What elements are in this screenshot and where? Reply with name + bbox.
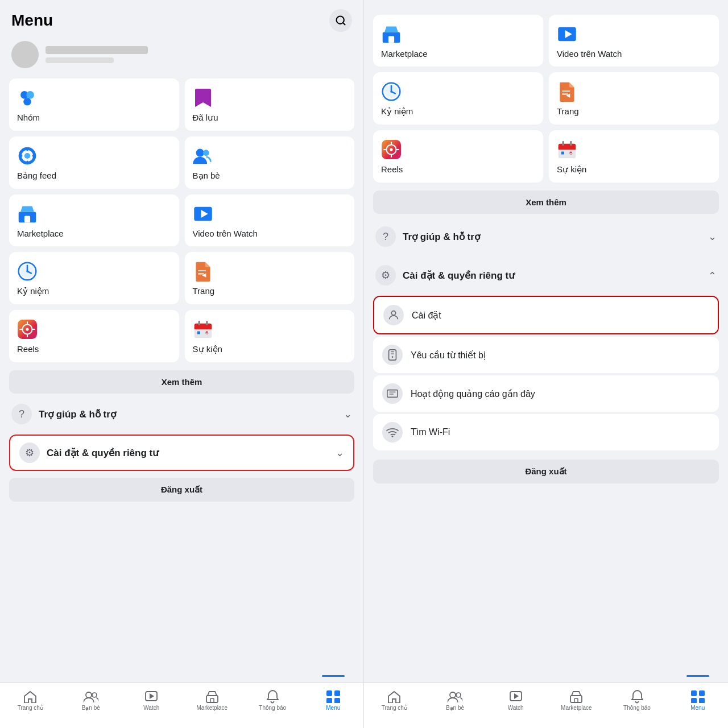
right-menu-item-trang[interactable]: Trang	[549, 72, 719, 125]
profile-bar[interactable]	[0, 36, 363, 73]
nav-watch[interactable]: Watch	[121, 688, 182, 711]
svg-point-7	[24, 153, 30, 159]
left-panel: Menu Nhóm Đã lưu	[0, 0, 364, 728]
right-menu-item-video-watch[interactable]: Video trên Watch	[549, 15, 719, 67]
right-ky-niem-label: Kỷ niệm	[381, 106, 535, 117]
right-nav-ban-be[interactable]: Bạn bè	[425, 688, 486, 711]
cai-dat-row[interactable]: ⚙ Cài đặt & quyền riêng tư ⌄	[9, 435, 354, 471]
see-more-button[interactable]: Xem thêm	[9, 370, 354, 394]
svg-rect-93	[691, 698, 697, 703]
right-trang-icon	[557, 81, 577, 102]
right-nav-watch[interactable]: Watch	[485, 688, 546, 711]
nav-trang-chu[interactable]: Trang chủ	[0, 688, 61, 711]
menu-item-video-watch[interactable]: Video trên Watch	[185, 195, 355, 246]
nav-marketplace-label: Marketplace	[197, 705, 228, 711]
right-tro-giup-row[interactable]: ? Trợ giúp & hỗ trợ ⌄	[364, 218, 728, 255]
sub-item-hoat-dong[interactable]: Hoạt động quảng cáo gần đây	[373, 375, 719, 412]
menu-item-su-kien[interactable]: Sự kiện	[185, 310, 355, 362]
sub-item-yeu-cau[interactable]: Yêu cầu từ thiết bị	[373, 337, 719, 373]
nav-menu[interactable]: Menu	[303, 688, 364, 711]
ban-be-label: Bạn bè	[193, 171, 347, 181]
right-menu-item-ky-niem[interactable]: Kỷ niệm	[373, 72, 543, 125]
svg-point-76	[391, 311, 395, 315]
search-button[interactable]	[329, 9, 352, 32]
menu-item-da-luu[interactable]: Đã lưu	[185, 78, 355, 131]
right-dang-xuat-button[interactable]: Đăng xuất	[373, 460, 719, 483]
sub-item-tim-wifi[interactable]: Tìm Wi-Fi	[373, 414, 719, 450]
profile-info	[46, 46, 148, 63]
menu-item-marketplace[interactable]: Marketplace	[9, 195, 179, 246]
svg-point-12	[196, 149, 204, 157]
cai-dat-highlight: Cài đặt	[373, 296, 719, 334]
svg-rect-15	[24, 216, 30, 222]
menu-item-nhom[interactable]: Nhóm	[9, 78, 179, 131]
right-tro-giup-label: Trợ giúp & hỗ trợ	[403, 231, 708, 243]
menu-item-ky-niem[interactable]: Kỷ niệm	[9, 252, 179, 304]
right-tro-giup-icon: ?	[375, 226, 396, 247]
right-active-bar	[686, 675, 709, 677]
svg-point-64	[390, 148, 392, 151]
right-nav-thong-bao-label: Thông báo	[623, 705, 651, 711]
right-su-kien-label: Sự kiện	[557, 164, 711, 175]
su-kien-label: Sự kiện	[193, 344, 347, 354]
trang-icon	[193, 261, 213, 282]
nav-menu-label: Menu	[326, 705, 340, 711]
nav-watch-label: Watch	[143, 705, 159, 711]
nhom-icon	[17, 88, 38, 108]
svg-rect-9	[26, 161, 28, 165]
right-nav-watch-icon	[508, 690, 524, 704]
menu-grid: Nhóm Đã lưu Bảng feed	[0, 73, 363, 368]
svg-rect-90	[574, 698, 578, 702]
nav-thong-bao[interactable]: Thông báo	[242, 688, 303, 711]
trang-label: Trang	[193, 286, 347, 296]
svg-rect-49	[334, 698, 340, 703]
svg-point-41	[92, 693, 97, 697]
sub-item-cai-dat[interactable]: Cài đặt	[374, 297, 718, 333]
right-nav-marketplace-label: Marketplace	[561, 705, 592, 711]
cai-dat-sub-icon	[383, 305, 404, 325]
right-menu-item-marketplace[interactable]: Marketplace	[373, 15, 543, 67]
nav-marketplace[interactable]: Marketplace	[182, 688, 243, 711]
reels-label: Reels	[17, 344, 171, 354]
menu-item-ban-be[interactable]: Bạn bè	[185, 136, 355, 189]
svg-rect-37	[206, 321, 208, 326]
svg-rect-71	[559, 148, 576, 150]
right-reels-label: Reels	[381, 164, 535, 174]
left-header: Menu	[0, 0, 363, 36]
right-menu-item-su-kien[interactable]: Sự kiện	[549, 130, 719, 183]
menu-item-bang-feed[interactable]: Bảng feed	[9, 136, 179, 189]
video-watch-label: Video trên Watch	[193, 229, 347, 238]
search-icon	[335, 15, 346, 26]
right-nav-trang-chu[interactable]: Trang chủ	[364, 688, 425, 711]
right-nav-menu[interactable]: Menu	[667, 688, 728, 711]
tro-giup-icon: ?	[11, 404, 32, 424]
svg-rect-60	[562, 94, 568, 95]
right-menu-item-reels[interactable]: Reels	[373, 130, 543, 183]
nav-menu-icon	[325, 690, 341, 704]
right-nav-thong-bao[interactable]: Thông báo	[607, 688, 668, 711]
right-nav-ban-be-label: Bạn bè	[446, 705, 464, 711]
right-nav-marketplace[interactable]: Marketplace	[546, 688, 607, 711]
right-see-more-button[interactable]: Xem thêm	[373, 191, 719, 214]
nav-ban-be[interactable]: Bạn bè	[61, 688, 122, 711]
right-cai-dat-row[interactable]: ⚙ Cài đặt & quyền riêng tư ⌄	[364, 257, 728, 293]
svg-rect-48	[326, 698, 332, 703]
ky-niem-label: Kỷ niệm	[17, 286, 171, 296]
dang-xuat-button[interactable]: Đăng xuất	[9, 478, 354, 502]
menu-item-trang[interactable]: Trang	[185, 252, 355, 304]
right-marketplace-label: Marketplace	[381, 49, 535, 59]
cai-dat-label: Cài đặt & quyền riêng tư	[47, 447, 336, 459]
svg-point-4	[23, 98, 31, 106]
svg-point-86	[456, 693, 461, 697]
svg-rect-38	[197, 331, 200, 334]
right-nav-watch-label: Watch	[508, 705, 524, 711]
svg-marker-43	[150, 693, 154, 699]
tro-giup-row[interactable]: ? Trợ giúp & hỗ trợ ⌄	[0, 396, 363, 432]
menu-item-reels[interactable]: Reels	[9, 310, 179, 362]
video-watch-icon	[193, 204, 213, 224]
right-nav-menu-icon	[690, 690, 706, 704]
svg-rect-24	[198, 274, 204, 275]
right-su-kien-icon	[557, 139, 577, 160]
avatar	[11, 41, 39, 68]
svg-rect-36	[198, 321, 200, 326]
